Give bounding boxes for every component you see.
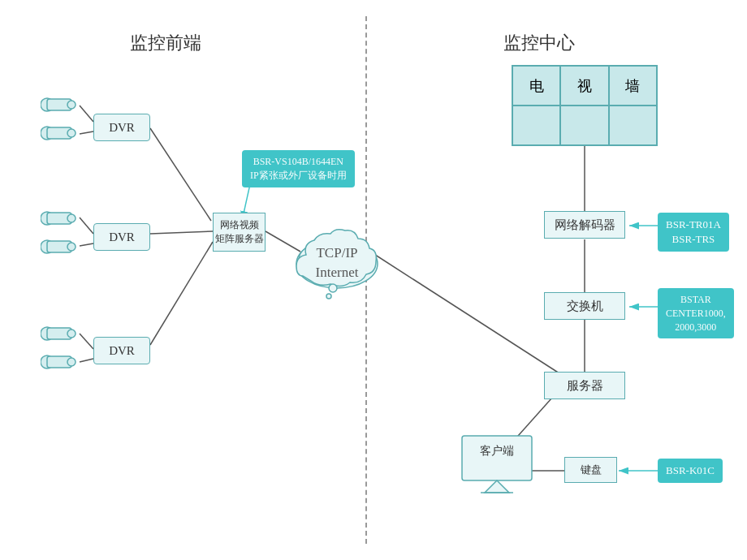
svg-point-48: [326, 294, 331, 299]
svg-line-8: [150, 242, 213, 345]
left-section-title: 监控前端: [130, 31, 201, 55]
svg-line-4: [80, 334, 93, 349]
switch-box: 交换机: [544, 292, 625, 320]
svg-line-7: [150, 231, 213, 234]
svg-line-3: [80, 243, 93, 246]
dvr-box-3: DVR: [93, 337, 150, 364]
bsr-tr-label: BSR-TR01A BSR-TRS: [658, 213, 729, 252]
client-label: 客户端: [460, 444, 533, 459]
cloud-shape: [288, 219, 386, 300]
svg-point-38: [67, 358, 76, 366]
tv-cell-2: 视: [560, 66, 608, 106]
svg-line-2: [80, 218, 93, 234]
tv-cell-4: [512, 106, 560, 145]
cloud: TCP/IP Internet: [288, 219, 386, 304]
svg-line-5: [80, 359, 93, 362]
decoder-box: 网络解码器: [544, 211, 625, 239]
svg-point-26: [67, 129, 76, 137]
net-matrix-server: 网络视频 矩阵服务器: [213, 213, 266, 252]
tv-cell-6: [609, 106, 657, 145]
svg-point-47: [329, 284, 337, 292]
keyboard-box: 键盘: [564, 457, 617, 483]
right-section-title: 监控中心: [503, 31, 575, 55]
bsr-k-label: BSR-K01C: [658, 459, 723, 483]
svg-line-10: [370, 252, 585, 390]
svg-line-0: [80, 106, 93, 122]
camera-6: [41, 353, 78, 371]
server-box: 服务器: [544, 372, 625, 399]
svg-point-23: [67, 101, 76, 109]
svg-point-32: [67, 243, 76, 251]
diagram: 监控前端 监控中心 DVR DVR: [0, 0, 747, 560]
tv-cell-1: 电: [512, 66, 560, 106]
camera-1: [41, 96, 78, 114]
bstar-label: BSTAR CENTER1000, 2000,3000: [658, 288, 734, 338]
dvr-box-2: DVR: [93, 223, 150, 251]
svg-line-6: [150, 128, 211, 221]
svg-line-1: [80, 131, 93, 134]
client-container: 客户端: [460, 434, 533, 498]
tv-cell-3: 墙: [609, 66, 657, 106]
tv-wall: 电 视 墙: [512, 65, 658, 146]
svg-marker-50: [485, 480, 509, 493]
tv-cell-5: [560, 106, 608, 145]
camera-5: [41, 325, 78, 342]
camera-3: [41, 209, 78, 227]
bsr-vs-label: BSR-VS104B/1644EN IP紧张或外厂设备时用: [242, 150, 355, 187]
svg-point-35: [67, 330, 76, 338]
camera-2: [41, 124, 78, 142]
dvr-box-1: DVR: [93, 114, 150, 141]
camera-4: [41, 238, 78, 256]
svg-point-29: [67, 214, 76, 222]
